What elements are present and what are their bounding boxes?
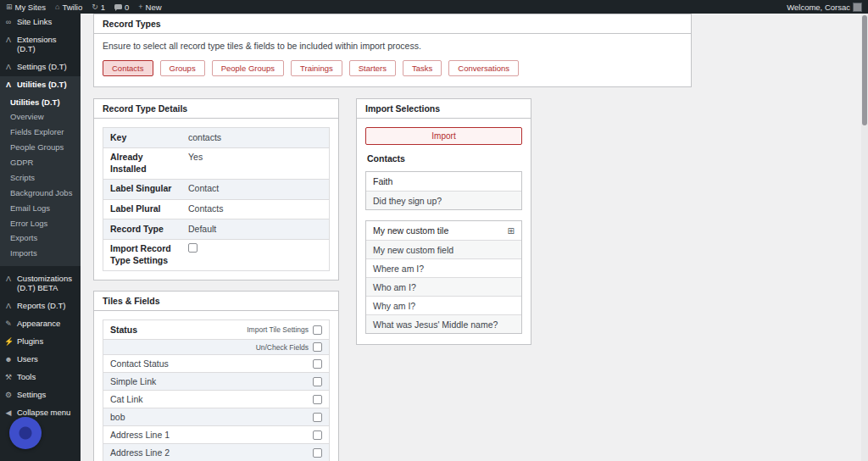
updates-menu[interactable]: ↻ 1 <box>92 3 105 12</box>
details-row: Label Plural Contacts <box>103 200 329 220</box>
field-checkbox[interactable] <box>313 395 322 404</box>
field-checkbox[interactable] <box>313 377 322 386</box>
submenu-item-error-logs[interactable]: Error Logs <box>0 216 81 231</box>
submenu-item-overview[interactable]: Overview <box>0 109 81 125</box>
field-row: Contact Status <box>103 355 329 373</box>
page-scrollbar[interactable] <box>861 14 868 461</box>
details-value: Contacts <box>181 200 329 219</box>
submenu-item-imports[interactable]: Imports <box>0 246 81 261</box>
tile-grid-icon[interactable]: ⊞ <box>508 226 515 236</box>
sidebar-item-site-links[interactable]: ∞ Site Links <box>0 14 81 31</box>
details-value: Default <box>181 219 329 239</box>
collapse-menu-label: Collapse menu <box>17 408 76 418</box>
record-type-button-trainings[interactable]: Trainings <box>291 60 342 76</box>
record-type-details-table: Key contacts Already Installed Yes Label… <box>103 127 330 271</box>
record-type-button-conversations[interactable]: Conversations <box>448 60 519 76</box>
field-label: Cat Link <box>110 394 143 404</box>
import-tile-settings-checkbox[interactable] <box>313 325 322 335</box>
sidebar-item-label: Site Links <box>17 18 76 27</box>
field-label: Address Line 2 <box>110 447 170 458</box>
details-row: Key contacts <box>103 128 329 148</box>
import-record-type-settings-checkbox[interactable] <box>188 243 198 253</box>
sidebar-item-label: Settings <box>17 391 76 400</box>
my-sites-menu[interactable]: ⊞ My Sites <box>6 3 46 12</box>
tile-status-table: Status Import Tile Settings Un/Check Fie… <box>103 319 330 461</box>
submenu-item-email-logs[interactable]: Email Logs <box>0 201 81 216</box>
record-type-button-starters[interactable]: Starters <box>349 60 396 76</box>
help-beacon-button[interactable] <box>9 417 42 449</box>
record-type-button-tasks[interactable]: Tasks <box>403 60 442 76</box>
details-label: Already Installed <box>103 148 181 179</box>
submenu-item-gdpr[interactable]: GDPR <box>0 155 81 170</box>
my-sites-label: My Sites <box>15 3 46 12</box>
admin-sidebar: ∞ Site Links Λ Extensions (D.T) Λ Settin… <box>0 14 81 461</box>
plus-icon: + <box>138 3 142 11</box>
uncheck-fields-checkbox[interactable] <box>313 342 322 352</box>
sidebar-item-extensions-dt[interactable]: Λ Extensions (D.T) <box>0 31 81 58</box>
record-type-button-contacts[interactable]: Contacts <box>103 60 153 76</box>
tools-icon: ⚒ <box>4 373 13 381</box>
scrollbar-thumb[interactable] <box>862 15 867 125</box>
details-value: Contact <box>181 180 329 199</box>
tile-name: Status <box>110 325 137 335</box>
links-icon: ∞ <box>4 18 13 26</box>
home-icon: ⌂ <box>55 3 59 11</box>
site-name-menu[interactable]: ⌂ Twilio <box>55 3 82 12</box>
tile-header-row: Status Import Tile Settings <box>103 320 329 340</box>
record-type-button-groups[interactable]: Groups <box>160 60 205 76</box>
sidebar-item-label: Reports (D.T) <box>17 302 76 311</box>
account-menu[interactable]: Welcome, Corsac <box>787 3 862 12</box>
sidebar-item-utilities-dt[interactable]: Λ Utilities (D.T) <box>0 76 81 94</box>
sidebar-item-settings[interactable]: ⚙ Settings <box>0 386 81 404</box>
dt-logo-icon: Λ <box>4 36 13 44</box>
submenu-item-scripts[interactable]: Scripts <box>0 170 81 186</box>
record-types-panel: Record Types Ensure to select all record… <box>93 14 692 87</box>
admin-bar: ⊞ My Sites ⌂ Twilio ↻ 1 0 + New Welcome,… <box>0 0 868 14</box>
updates-count: 1 <box>101 3 105 12</box>
settings-icon: ⚙ <box>4 391 13 399</box>
sidebar-item-users[interactable]: ☻ Users <box>0 351 81 369</box>
selection-field-row: What was Jesus' Middle name? <box>366 315 521 333</box>
submenu-item-fields-explorer[interactable]: Fields Explorer <box>0 125 81 140</box>
main-content: Record Types Ensure to select all record… <box>81 14 861 461</box>
sidebar-item-tools[interactable]: ⚒ Tools <box>0 369 81 386</box>
sidebar-item-label: Settings (D.T) <box>17 63 76 72</box>
field-checkbox[interactable] <box>313 359 322 369</box>
record-types-title: Record Types <box>94 14 691 34</box>
new-label: New <box>146 3 162 12</box>
selection-tile-custom: My new custom tile ⊞ My new custom field… <box>365 220 522 334</box>
field-row: Simple Link <box>103 373 329 391</box>
field-label: Address Line 1 <box>110 430 170 440</box>
field-checkbox[interactable] <box>313 430 322 440</box>
submenu-item-utilities[interactable]: Utilities (D.T) <box>0 95 81 110</box>
field-checkbox[interactable] <box>313 448 322 458</box>
field-label: Simple Link <box>110 376 156 386</box>
field-checkbox[interactable] <box>313 413 322 422</box>
users-icon: ☻ <box>4 355 13 364</box>
welcome-text: Welcome, Corsac <box>787 3 850 12</box>
details-label: Key <box>103 128 181 147</box>
import-selections-title: Import Selections <box>357 99 531 119</box>
sidebar-item-customizations-dt[interactable]: Λ Customizations (D.T) BETA <box>0 270 81 297</box>
sidebar-item-appearance[interactable]: ✎ Appearance <box>0 315 81 333</box>
field-row: Address Line 2 <box>103 444 329 461</box>
submenu-item-exports[interactable]: Exports <box>0 230 81 246</box>
field-row: bob <box>103 408 329 426</box>
record-type-buttons: Contacts Groups People Groups Trainings … <box>94 53 691 86</box>
sidebar-item-plugins[interactable]: ⚡ Plugins <box>0 333 81 351</box>
selection-field-row: Where am I? <box>366 259 521 278</box>
sidebar-item-settings-dt[interactable]: Λ Settings (D.T) <box>0 58 81 76</box>
submenu-item-background-jobs[interactable]: Background Jobs <box>0 186 81 201</box>
new-content-menu[interactable]: + New <box>138 3 161 12</box>
import-button[interactable]: Import <box>365 127 522 145</box>
sidebar-item-label: Utilities (D.T) <box>17 81 76 90</box>
comments-menu[interactable]: 0 <box>114 3 129 12</box>
import-tile-settings-label: Import Tile Settings <box>247 325 309 334</box>
details-label: Label Plural <box>103 200 181 219</box>
collapse-menu-button[interactable]: ◀ Collapse menu <box>0 404 81 422</box>
utilities-submenu: Utilities (D.T) Overview Fields Explorer… <box>0 94 81 267</box>
sidebar-item-reports-dt[interactable]: Λ Reports (D.T) <box>0 297 81 315</box>
field-label: bob <box>110 412 125 422</box>
submenu-item-people-groups[interactable]: People Groups <box>0 140 81 155</box>
record-type-button-people-groups[interactable]: People Groups <box>212 60 284 76</box>
